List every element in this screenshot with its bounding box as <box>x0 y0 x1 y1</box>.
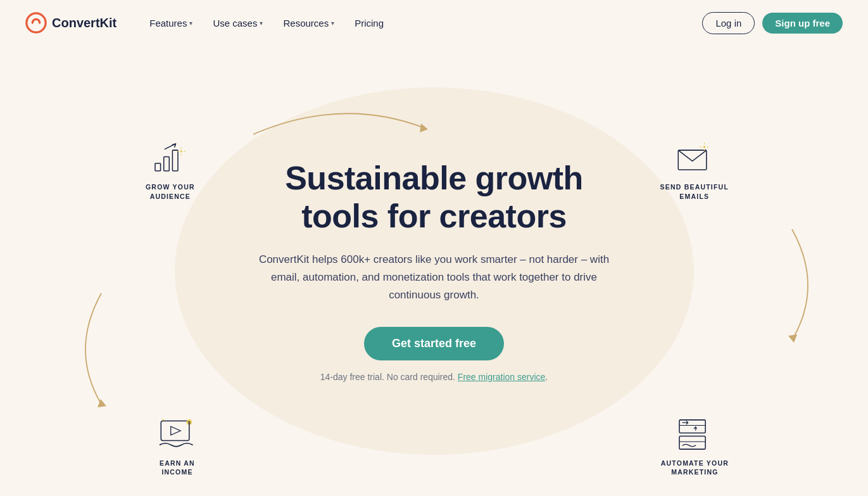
svg-text:$: $ <box>188 420 191 425</box>
navbar: ConvertKit Features ▾ Use cases ▾ Resour… <box>0 0 868 46</box>
chevron-down-icon: ▾ <box>189 20 192 27</box>
svg-marker-3 <box>97 399 106 407</box>
feature-email: SEND BEAUTIFULEMAILS <box>660 139 729 201</box>
chevron-down-icon: ▾ <box>331 20 334 27</box>
svg-point-13 <box>703 146 705 148</box>
feature-earn: $ EARN ANINCOME <box>155 416 199 477</box>
logo-text: ConvertKit <box>52 16 116 30</box>
hero-title: Sustainable growth tools for creators <box>244 160 624 236</box>
chevron-down-icon: ▾ <box>260 20 263 27</box>
feature-earn-label: EARN ANINCOME <box>160 459 195 477</box>
svg-point-7 <box>180 150 182 152</box>
nav-pricing[interactable]: Pricing <box>347 13 391 34</box>
svg-rect-23 <box>679 419 705 433</box>
cta-button[interactable]: Get started free <box>364 327 504 360</box>
email-icon <box>672 139 717 177</box>
hero-subtitle: ConvertKit helps 600k+ creators like you… <box>257 251 612 304</box>
feature-grow: GROW YOURAUDIENCE <box>146 139 195 201</box>
svg-rect-18 <box>161 421 189 440</box>
svg-rect-4 <box>155 163 161 171</box>
automate-icon <box>672 416 717 454</box>
svg-point-0 <box>27 13 46 32</box>
nav-links: Features ▾ Use cases ▾ Resources ▾ Prici… <box>142 13 702 34</box>
logo[interactable]: ConvertKit <box>25 12 116 34</box>
signup-button[interactable]: Sign up free <box>762 13 843 34</box>
svg-rect-6 <box>172 150 178 171</box>
svg-rect-5 <box>164 156 170 170</box>
earn-icon: $ <box>155 416 199 454</box>
migration-link[interactable]: Free migration service <box>458 372 546 382</box>
logo-icon <box>25 12 47 34</box>
nav-resources[interactable]: Resources ▾ <box>275 13 342 34</box>
feature-automate-label: AUTOMATE YOURMARKETING <box>661 459 729 477</box>
hero-note: 14-day free trial. No card required. Fre… <box>244 372 624 382</box>
hero-section: GROW YOURAUDIENCE SEND BEAUTIFULEMAILS $ <box>0 46 868 496</box>
feature-grow-label: GROW YOURAUDIENCE <box>146 182 195 201</box>
hero-content: Sustainable growth tools for creators Co… <box>232 160 637 382</box>
nav-use-cases[interactable]: Use cases ▾ <box>205 13 270 34</box>
feature-email-label: SEND BEAUTIFULEMAILS <box>660 182 729 201</box>
svg-marker-2 <box>788 334 797 343</box>
arc-bottom-left <box>63 287 120 414</box>
svg-point-22 <box>162 419 164 421</box>
svg-rect-25 <box>679 436 705 449</box>
nav-actions: Log in Sign up free <box>702 12 843 34</box>
svg-marker-19 <box>171 426 180 435</box>
grow-icon <box>148 139 192 177</box>
nav-features[interactable]: Features ▾ <box>142 13 200 34</box>
arc-right <box>773 223 830 350</box>
feature-automate: AUTOMATE YOURMARKETING <box>661 416 729 477</box>
login-button[interactable]: Log in <box>702 12 755 34</box>
